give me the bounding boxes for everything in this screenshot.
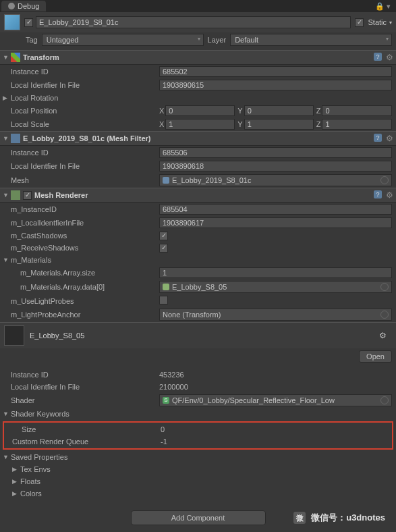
layer-dropdown[interactable]: Default [230, 34, 392, 46]
local-rotation-label: Local Rotation [11, 94, 166, 102]
foldout-icon[interactable]: ▶ [3, 95, 11, 101]
receive-shadows-checkbox[interactable] [159, 244, 168, 252]
mesh-field[interactable]: E_Lobby_2019_S8_01c [159, 174, 392, 186]
static-label: Static [368, 18, 387, 26]
foldout-icon[interactable]: ▼ [3, 54, 11, 61]
meshrenderer-icon [11, 190, 20, 200]
layer-label: Layer [208, 36, 227, 44]
wechat-icon: 微 [293, 512, 306, 524]
pos-z-input[interactable] [322, 105, 392, 116]
material-preview [4, 325, 24, 346]
scale-x-input[interactable] [165, 119, 235, 130]
anchor-field[interactable]: None (Transform) [159, 309, 392, 321]
mat-size-input[interactable] [159, 267, 392, 278]
mf-lid-input[interactable] [159, 161, 392, 171]
pos-x-input[interactable] [165, 105, 235, 116]
kw-size-value: 0 [161, 425, 391, 433]
material-name: E_Lobby_S8_05 [30, 331, 379, 340]
lock-menu[interactable]: 🔒 ▾ [371, 2, 395, 11]
transform-icon [11, 53, 20, 62]
gear-icon[interactable]: ⚙ [386, 134, 393, 143]
mat-data0-field[interactable]: E_Lobby_S8_05 [159, 281, 392, 293]
shader-label: Shader [4, 396, 159, 404]
foldout-icon[interactable]: ▶ [12, 490, 20, 497]
shader-field[interactable]: SQF/Env/0_Lobby/Specular_Reflective_Floo… [159, 394, 392, 406]
help-icon[interactable]: ? [374, 134, 382, 142]
help-icon[interactable]: ? [374, 53, 382, 61]
object-picker-icon[interactable] [380, 396, 389, 404]
scale-y-input[interactable] [244, 119, 314, 130]
local-position-label: Local Position [4, 107, 159, 115]
watermark-label: 微信号：u3dnotes [311, 512, 385, 524]
tag-dropdown[interactable]: Untagged [42, 34, 204, 46]
help-icon[interactable]: ? [374, 190, 382, 198]
foldout-icon[interactable]: ▼ [3, 257, 11, 263]
info-icon [8, 3, 15, 9]
foldout-icon[interactable]: ▼ [3, 410, 11, 417]
cast-shadows-label: m_CastShadows [4, 232, 159, 240]
mat-iid-label: Instance ID [4, 371, 159, 379]
renderer-enabled-checkbox[interactable] [23, 191, 32, 200]
mat-lid-value: 2100000 [159, 383, 392, 391]
y-label: Y [237, 107, 242, 115]
tab-label: Debug [18, 2, 39, 10]
floats-label: Floats [20, 477, 175, 485]
cast-shadows-checkbox[interactable] [159, 232, 168, 240]
local-id-label: Local Identfier In File [4, 81, 159, 89]
gameobject-icon [4, 14, 20, 30]
mesh-asset-icon [163, 177, 169, 184]
mf-iid-label: Instance ID [4, 149, 159, 157]
shader-asset-icon: S [163, 397, 169, 404]
mr-lid-input[interactable] [159, 217, 392, 228]
foldout-icon[interactable]: ▼ [3, 192, 11, 198]
tab-debug[interactable]: Debug [1, 1, 46, 11]
gear-icon[interactable]: ⚙ [386, 53, 393, 62]
mf-iid-input[interactable] [159, 147, 392, 158]
foldout-icon[interactable]: ▶ [12, 478, 20, 485]
instance-id-input[interactable] [159, 66, 392, 77]
foldout-icon[interactable]: ▼ [3, 135, 11, 142]
mr-lid-label: m_LocalIdentfierInFile [4, 219, 159, 227]
materials-label: m_Materials [11, 256, 166, 264]
material-asset-icon [163, 284, 169, 290]
z-label: Z [316, 107, 321, 115]
gear-icon[interactable]: ⚙ [379, 331, 387, 340]
x-label: X [159, 120, 164, 128]
mat-size-label: m_Materials.Array.size [4, 269, 159, 277]
highlight-annotation: Size0 Custom Render Queue-1 [3, 421, 393, 450]
use-lightprobes-checkbox[interactable] [159, 296, 168, 304]
open-button[interactable]: Open [359, 350, 392, 363]
crq-label: Custom Render Queue [5, 437, 161, 446]
static-dropdown-icon[interactable]: ▾ [389, 20, 392, 26]
add-component-button[interactable]: Add Component [131, 510, 266, 525]
object-picker-icon[interactable] [380, 176, 389, 184]
mat-lid-label: Local Identfier In File [4, 383, 159, 391]
meshrenderer-title: Mesh Renderer [34, 191, 374, 199]
static-checkbox[interactable] [355, 18, 364, 27]
meshfilter-icon [11, 134, 20, 143]
crq-value: -1 [161, 437, 391, 446]
kw-size-label: Size [5, 425, 161, 433]
object-picker-icon[interactable] [380, 283, 389, 291]
mat-data0-label: m_Materials.Array.data[0] [4, 283, 159, 291]
scale-z-input[interactable] [322, 119, 392, 130]
mat-iid-value: 453236 [159, 371, 392, 379]
anchor-label: m_LightProbeAnchor [4, 311, 159, 319]
local-id-input[interactable] [159, 80, 392, 90]
mr-iid-input[interactable] [159, 204, 392, 215]
enabled-checkbox[interactable] [24, 18, 33, 27]
shader-keywords-label: Shader Keywords [11, 410, 166, 418]
object-picker-icon[interactable] [380, 311, 389, 319]
foldout-icon[interactable]: ▶ [12, 466, 20, 473]
receive-shadows-label: m_ReceiveShadows [4, 244, 159, 252]
watermark: 微 微信号：u3dnotes [293, 512, 385, 524]
saved-props-label: Saved Properties [11, 453, 166, 461]
tag-label: Tag [26, 36, 38, 44]
mesh-label: Mesh [4, 176, 159, 184]
y-label: Y [237, 120, 242, 128]
foldout-icon[interactable]: ▼ [3, 454, 11, 460]
pos-y-input[interactable] [244, 105, 314, 116]
gear-icon[interactable]: ⚙ [386, 190, 393, 200]
instance-id-label: Instance ID [4, 68, 159, 76]
gameobject-name-input[interactable] [36, 16, 351, 28]
